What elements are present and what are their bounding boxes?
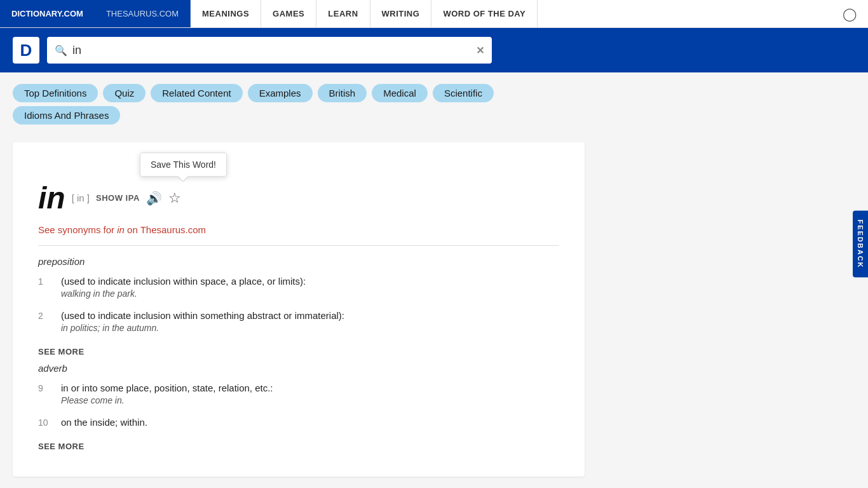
- def-item-10: 10 on the inside; within.: [38, 417, 559, 428]
- synonyms-word: in: [117, 224, 125, 235]
- def-example-2: in politics; in the autumn.: [61, 323, 344, 333]
- thesaurus-link[interactable]: THESAURUS.COM: [95, 0, 191, 27]
- nav-links: MEANINGS GAMES LEARN WRITING WORD OF THE…: [191, 0, 831, 27]
- phonetic-bracket: [ in ]: [72, 193, 90, 203]
- feedback-sidebar[interactable]: FEEDBACK: [853, 210, 868, 277]
- synonyms-link: See synonyms for in on Thesaurus.com: [38, 224, 559, 235]
- def-num-1: 1: [38, 276, 51, 299]
- def-num-10: 10: [38, 417, 51, 428]
- pill-british[interactable]: British: [318, 84, 367, 102]
- star-icon[interactable]: ☆: [168, 190, 181, 207]
- pills-row2: Idioms And Phrases: [0, 102, 868, 132]
- pill-idioms[interactable]: Idioms And Phrases: [13, 106, 120, 125]
- def-item-9: 9 in or into some place, position, state…: [38, 383, 559, 405]
- pill-scientific[interactable]: Scientific: [433, 84, 494, 102]
- pill-related-content[interactable]: Related Content: [151, 84, 242, 102]
- search-icon: 🔍: [55, 44, 67, 57]
- nav-games[interactable]: GAMES: [261, 0, 316, 27]
- synonyms-prefix: See synonyms for: [38, 224, 117, 235]
- pos-preposition: preposition: [38, 256, 559, 267]
- word-main: in: [38, 180, 65, 215]
- def-num-9: 9: [38, 383, 51, 405]
- def-content-10: on the inside; within.: [61, 417, 147, 428]
- dictionary-logo[interactable]: DICTIONARY.COM: [0, 0, 95, 27]
- save-tooltip: Save This Word!: [140, 152, 227, 177]
- pill-quiz[interactable]: Quiz: [103, 84, 146, 102]
- def-item-1: 1 (used to indicate inclusion within spa…: [38, 276, 559, 299]
- def-text-9: in or into some place, position, state, …: [61, 383, 273, 393]
- clear-icon[interactable]: ✕: [476, 44, 484, 57]
- pill-examples[interactable]: Examples: [248, 84, 313, 102]
- def-list-adverb: 9 in or into some place, position, state…: [38, 383, 559, 428]
- nav-learn[interactable]: LEARN: [316, 0, 370, 27]
- show-ipa-button[interactable]: SHOW IPA: [96, 193, 140, 203]
- def-text-1: (used to indicate inclusion within space…: [61, 276, 306, 287]
- pills-area: Top Definitions Quiz Related Content Exa…: [0, 72, 868, 102]
- def-item-2: 2 (used to indicate inclusion within som…: [38, 310, 559, 333]
- word-phonetic: [ in ] SHOW IPA: [72, 193, 140, 203]
- def-num-2: 2: [38, 310, 51, 333]
- def-text-10: on the inside; within.: [61, 417, 147, 428]
- user-icon[interactable]: ◯: [831, 0, 868, 27]
- speaker-icon[interactable]: 🔊: [146, 191, 162, 206]
- nav-meanings[interactable]: MEANINGS: [191, 0, 261, 27]
- top-nav: DICTIONARY.COM THESAURUS.COM MEANINGS GA…: [0, 0, 868, 28]
- tooltip-wrap: Save This Word!: [140, 152, 227, 177]
- def-example-9: Please come in.: [61, 395, 273, 405]
- pos-adverb: adverb: [38, 363, 559, 374]
- def-list-preposition: 1 (used to indicate inclusion within spa…: [38, 276, 559, 333]
- def-content-2: (used to indicate inclusion within somet…: [61, 310, 344, 333]
- search-bar: D 🔍 ✕: [0, 28, 868, 72]
- nav-writing[interactable]: WRITING: [370, 0, 432, 27]
- main-card: Save This Word! in [ in ] SHOW IPA 🔊 ☆ S…: [13, 142, 585, 477]
- logo-d: D: [13, 37, 39, 64]
- see-more-adverb[interactable]: SEE MORE: [38, 442, 85, 451]
- synonyms-suffix: on Thesaurus.com: [125, 224, 206, 235]
- search-input-wrap: 🔍 ✕: [47, 37, 492, 64]
- def-example-1: walking in the park.: [61, 288, 306, 299]
- divider-1: [38, 245, 559, 246]
- def-content-9: in or into some place, position, state, …: [61, 383, 273, 405]
- see-more-preposition[interactable]: SEE MORE: [38, 347, 85, 356]
- nav-word-of-day[interactable]: WORD OF THE DAY: [431, 0, 538, 27]
- def-text-2: (used to indicate inclusion within somet…: [61, 310, 344, 321]
- search-input[interactable]: [72, 44, 476, 57]
- word-header: in [ in ] SHOW IPA 🔊 ☆: [38, 180, 559, 215]
- pill-top-definitions[interactable]: Top Definitions: [13, 84, 98, 102]
- synonyms-anchor[interactable]: See synonyms for in on Thesaurus.com: [38, 224, 206, 235]
- def-content-1: (used to indicate inclusion within space…: [61, 276, 306, 299]
- content-area: Save This Word! in [ in ] SHOW IPA 🔊 ☆ S…: [0, 132, 868, 487]
- pill-medical[interactable]: Medical: [372, 84, 428, 102]
